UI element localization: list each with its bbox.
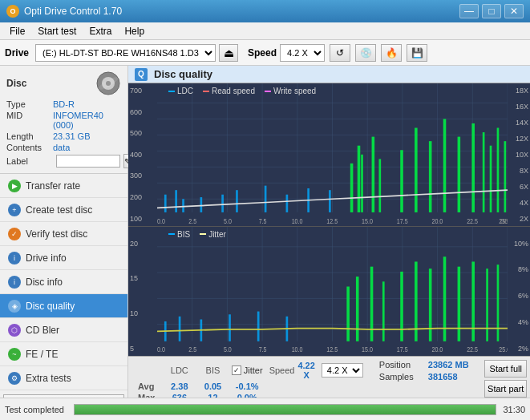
position-value: 23862 MB xyxy=(428,360,469,370)
svg-rect-89 xyxy=(497,265,500,341)
menu-start-test[interactable]: Start test xyxy=(31,24,83,38)
refresh-button[interactable]: ↺ xyxy=(330,44,350,62)
bottom-chart: BIS Jitter xyxy=(128,227,530,356)
verify-test-disc-icon: ✓ xyxy=(8,228,21,240)
fe-te-icon: ~ xyxy=(8,348,21,361)
legend-read-speed: Read speed xyxy=(203,87,255,95)
nav-items: ▶ Transfer rate + Create test disc ✓ Ver… xyxy=(0,174,127,391)
svg-rect-45 xyxy=(504,141,507,212)
verify-test-disc-label: Verify test disc xyxy=(26,228,87,240)
title-bar: O Opti Drive Control 1.70 — □ ✕ xyxy=(0,0,530,22)
jitter-checkbox[interactable]: ✓ xyxy=(232,365,241,375)
drive-select[interactable]: (E:) HL-DT-ST BD-RE WH16NS48 1.D3 xyxy=(35,44,216,62)
y-label-2pct: 2% xyxy=(509,345,528,353)
jitter-checkbox-row: ✓ Jitter xyxy=(232,365,263,375)
sidebar-item-verify-test-disc[interactable]: ✓ Verify test disc xyxy=(0,222,127,246)
disc-type-row: Type BD-R xyxy=(6,99,121,109)
write-speed-dot xyxy=(265,91,271,92)
svg-rect-79 xyxy=(356,277,359,341)
y-label-4x: 4X xyxy=(509,199,528,207)
svg-rect-88 xyxy=(486,269,488,341)
svg-rect-26 xyxy=(236,190,238,212)
y-label-12x: 12X xyxy=(509,135,528,143)
svg-rect-23 xyxy=(182,199,184,212)
y-label-15: 15 xyxy=(130,274,156,282)
position-row: Position 23862 MB xyxy=(379,360,475,370)
start-full-button[interactable]: Start full xyxy=(484,360,527,378)
disc-header: Disc xyxy=(6,71,121,96)
disc-info-label: Disc info xyxy=(26,277,63,288)
burn-button[interactable]: 🔥 xyxy=(381,44,402,62)
sidebar-item-fe-te[interactable]: ~ FE / TE xyxy=(0,342,127,366)
app-title: Opti Drive Control 1.70 xyxy=(24,6,122,17)
sidebar: Disc Type BD-R MID INFOMER40 (000) Lengt… xyxy=(0,66,128,420)
menu-file[interactable]: File xyxy=(3,24,31,38)
y-label-8pct: 8% xyxy=(509,265,528,273)
svg-text:15.0: 15.0 xyxy=(362,218,373,226)
samples-value: 381658 xyxy=(428,372,458,382)
y-label-10x: 10X xyxy=(509,151,528,159)
svg-rect-82 xyxy=(400,271,403,341)
svg-text:17.5: 17.5 xyxy=(397,218,408,226)
menu-extra[interactable]: Extra xyxy=(83,24,118,38)
y-label-400: 400 xyxy=(130,151,156,159)
avg-label: Avg xyxy=(135,381,161,392)
disc-section-title: Disc xyxy=(6,78,26,89)
speed-select[interactable]: 4.2 X xyxy=(280,44,325,62)
status-time: 31:30 xyxy=(503,405,525,414)
start-part-button[interactable]: Start part xyxy=(484,380,527,398)
y-label-18x: 18X xyxy=(509,87,528,95)
svg-rect-44 xyxy=(497,127,500,212)
sidebar-item-disc-quality[interactable]: ◈ Disc quality xyxy=(0,294,127,318)
disc-quality-title: Disc quality xyxy=(154,68,212,80)
main-layout: Disc Type BD-R MID INFOMER40 (000) Lengt… xyxy=(0,66,530,420)
svg-rect-30 xyxy=(329,190,331,212)
svg-text:20.0: 20.0 xyxy=(431,218,443,226)
col-header-jitter-check: ✓ Jitter xyxy=(229,360,266,381)
sidebar-item-extra-tests[interactable]: ⚙ Extra tests xyxy=(0,366,127,390)
contents-label: Contents xyxy=(6,143,53,152)
progress-bar-container xyxy=(74,404,496,415)
svg-rect-73 xyxy=(179,316,181,341)
legend-ldc: LDC xyxy=(168,87,193,95)
y-label-20: 20 xyxy=(130,240,156,248)
sidebar-item-cd-bler[interactable]: ⬡ CD Bler xyxy=(0,318,127,342)
read-speed-label: Read speed xyxy=(212,87,255,95)
extra-tests-label: Extra tests xyxy=(26,373,71,384)
svg-rect-34 xyxy=(372,137,375,212)
top-chart-svg: 0.0 2.5 5.0 7.5 10.0 12.5 15.0 17.5 20.0… xyxy=(157,83,508,226)
label-input[interactable] xyxy=(56,155,120,168)
svg-rect-22 xyxy=(175,190,177,212)
sidebar-item-create-test-disc[interactable]: + Create test disc xyxy=(0,198,127,222)
svg-rect-27 xyxy=(265,186,267,212)
charts-container: LDC Read speed Write speed xyxy=(128,83,530,356)
minimize-button[interactable]: — xyxy=(459,4,479,18)
sidebar-item-disc-info[interactable]: i Disc info xyxy=(0,270,127,294)
cd-bler-icon: ⬡ xyxy=(8,324,21,337)
sidebar-item-transfer-rate[interactable]: ▶ Transfer rate xyxy=(0,174,127,198)
svg-text:5.0: 5.0 xyxy=(224,218,232,226)
type-label: Type xyxy=(6,99,53,109)
svg-rect-33 xyxy=(361,155,363,212)
speed-dropdown[interactable]: 4.2 X xyxy=(322,363,363,378)
disc-button[interactable]: 💿 xyxy=(355,44,376,62)
drive-label: Drive xyxy=(5,47,29,59)
avg-jitter: -0.1% xyxy=(229,381,266,392)
sidebar-item-drive-info[interactable]: i Drive info xyxy=(0,246,127,270)
eject-button[interactable]: ⏏ xyxy=(219,44,238,62)
svg-text:12.5: 12.5 xyxy=(326,218,338,226)
maximize-button[interactable]: □ xyxy=(482,4,501,18)
svg-rect-41 xyxy=(471,123,475,212)
transfer-rate-label: Transfer rate xyxy=(26,180,80,192)
menu-help[interactable]: Help xyxy=(118,24,151,38)
svg-text:25.0: 25.0 xyxy=(499,345,508,353)
type-value: BD-R xyxy=(53,99,75,109)
bottom-chart-svg: 0.0 2.5 5.0 7.5 10.0 12.5 15.0 17.5 20.0… xyxy=(157,227,508,356)
svg-text:10.0: 10.0 xyxy=(292,218,303,226)
svg-rect-78 xyxy=(346,286,350,341)
app-icon: O xyxy=(6,5,19,18)
disc-quality-label: Disc quality xyxy=(26,301,75,312)
svg-text:5.0: 5.0 xyxy=(224,345,232,353)
save-button[interactable]: 💾 xyxy=(407,44,427,62)
close-button[interactable]: ✕ xyxy=(504,4,524,18)
